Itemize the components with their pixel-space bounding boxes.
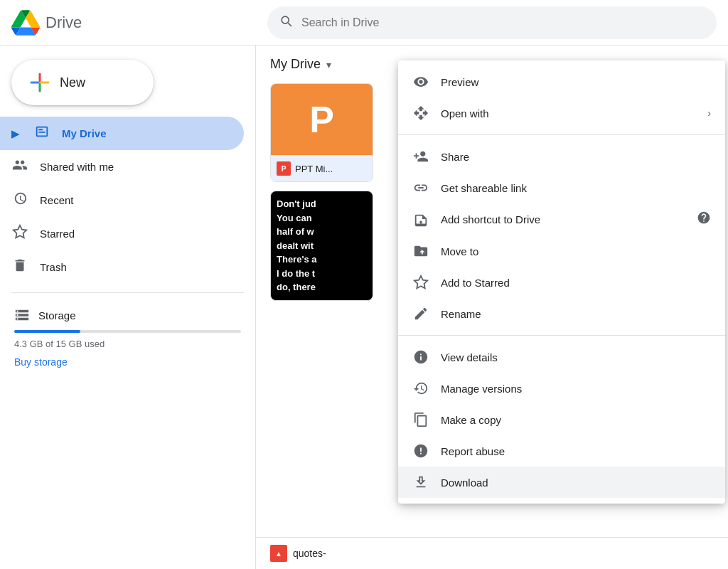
menu-item-move-to[interactable]: Move to: [398, 235, 725, 267]
menu-make-copy-label: Make a copy: [441, 414, 711, 426]
menu-download-label: Download: [441, 477, 711, 489]
svg-marker-5: [414, 276, 427, 288]
menu-rename-label: Rename: [441, 308, 711, 320]
menu-get-link-label: Get shareable link: [441, 182, 711, 194]
menu-add-starred-label: Add to Starred: [441, 277, 711, 289]
context-menu-overlay[interactable]: Preview Open with › Share Get shareable …: [0, 0, 728, 569]
preview-icon: [412, 73, 429, 90]
menu-add-shortcut-label: Add shortcut to Drive: [441, 213, 685, 225]
help-icon: [697, 211, 711, 228]
menu-view-details-label: View details: [441, 351, 711, 363]
menu-move-to-label: Move to: [441, 245, 711, 257]
menu-divider-2: [398, 335, 725, 336]
make-copy-icon: [412, 411, 429, 428]
move-to-icon: [412, 243, 429, 260]
menu-item-report-abuse[interactable]: Report abuse: [398, 435, 725, 467]
menu-item-rename[interactable]: Rename: [398, 298, 725, 329]
menu-item-manage-versions[interactable]: Manage versions: [398, 373, 725, 404]
menu-item-make-copy[interactable]: Make a copy: [398, 404, 725, 435]
menu-item-view-details[interactable]: View details: [398, 341, 725, 373]
rename-icon: [412, 305, 429, 322]
menu-item-open-with[interactable]: Open with ›: [398, 97, 725, 129]
view-details-icon: [412, 349, 429, 366]
menu-preview-label: Preview: [441, 76, 711, 88]
menu-divider-1: [398, 134, 725, 135]
download-icon: [412, 474, 429, 491]
menu-report-abuse-label: Report abuse: [441, 445, 711, 457]
add-shortcut-icon: [412, 211, 429, 228]
menu-item-get-link[interactable]: Get shareable link: [398, 172, 725, 203]
add-starred-icon: [412, 274, 429, 291]
menu-item-preview[interactable]: Preview: [398, 66, 725, 97]
menu-item-add-shortcut[interactable]: Add shortcut to Drive: [398, 203, 725, 235]
menu-manage-versions-label: Manage versions: [441, 383, 711, 395]
menu-open-with-label: Open with: [441, 107, 696, 119]
manage-versions-icon: [412, 380, 429, 397]
context-menu: Preview Open with › Share Get shareable …: [398, 60, 725, 504]
report-abuse-icon: [412, 442, 429, 459]
menu-item-download[interactable]: Download: [398, 467, 725, 498]
menu-share-label: Share: [441, 151, 711, 163]
menu-item-share[interactable]: Share: [398, 141, 725, 172]
open-with-arrow-icon: ›: [707, 107, 711, 119]
menu-item-add-starred[interactable]: Add to Starred: [398, 267, 725, 298]
link-icon: [412, 179, 429, 196]
share-icon: [412, 148, 429, 165]
open-with-icon: [412, 105, 429, 122]
